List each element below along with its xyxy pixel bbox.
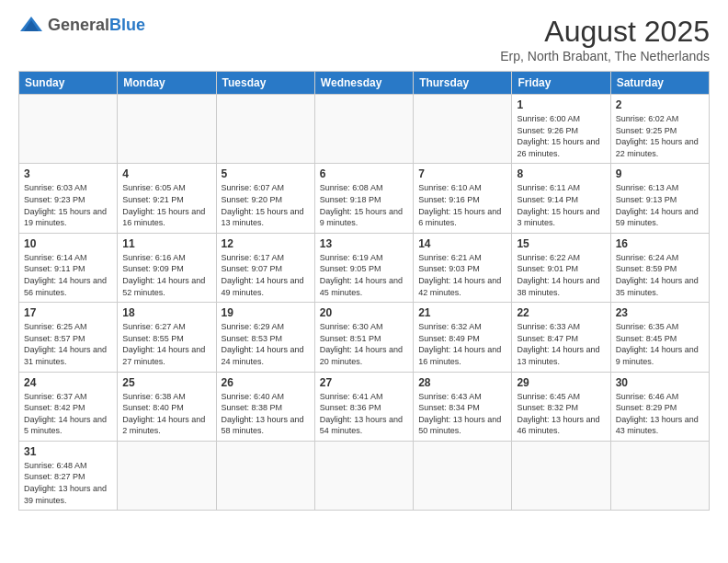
day-number: 11 [122, 237, 210, 250]
day-number: 18 [122, 306, 210, 319]
day-info: Sunrise: 6:38 AM Sunset: 8:40 PM Dayligh… [122, 391, 210, 437]
weekday-header-wednesday: Wednesday [314, 72, 413, 95]
calendar-cell [118, 441, 216, 510]
day-info: Sunrise: 6:05 AM Sunset: 9:21 PM Dayligh… [122, 182, 210, 228]
day-info: Sunrise: 6:29 AM Sunset: 8:53 PM Dayligh… [222, 321, 310, 367]
calendar-cell: 11Sunrise: 6:16 AM Sunset: 9:09 PM Dayli… [118, 233, 216, 302]
calendar-cell: 7Sunrise: 6:10 AM Sunset: 9:16 PM Daylig… [414, 164, 512, 233]
calendar-cell: 13Sunrise: 6:19 AM Sunset: 9:05 PM Dayli… [314, 233, 413, 302]
day-info: Sunrise: 6:19 AM Sunset: 9:05 PM Dayligh… [320, 252, 408, 298]
weekday-header-thursday: Thursday [414, 72, 512, 95]
day-info: Sunrise: 6:03 AM Sunset: 9:23 PM Dayligh… [24, 182, 112, 228]
day-info: Sunrise: 6:17 AM Sunset: 9:07 PM Dayligh… [222, 252, 310, 298]
day-info: Sunrise: 6:33 AM Sunset: 8:47 PM Dayligh… [517, 321, 605, 367]
day-number: 16 [616, 237, 704, 250]
weekday-header-friday: Friday [512, 72, 610, 95]
day-number: 28 [418, 376, 506, 389]
day-number: 8 [517, 167, 605, 180]
weekday-header-monday: Monday [118, 72, 216, 95]
day-number: 24 [24, 376, 112, 389]
calendar-cell: 9Sunrise: 6:13 AM Sunset: 9:13 PM Daylig… [610, 164, 709, 233]
logo: GeneralBlue [18, 15, 145, 35]
calendar-cell: 26Sunrise: 6:40 AM Sunset: 8:38 PM Dayli… [216, 372, 314, 441]
calendar-cell [216, 95, 314, 164]
calendar-cell [414, 95, 512, 164]
day-info: Sunrise: 6:48 AM Sunset: 8:27 PM Dayligh… [24, 460, 112, 506]
day-info: Sunrise: 6:35 AM Sunset: 8:45 PM Dayligh… [616, 321, 704, 367]
day-info: Sunrise: 6:30 AM Sunset: 8:51 PM Dayligh… [320, 321, 408, 367]
calendar-table: SundayMondayTuesdayWednesdayThursdayFrid… [18, 71, 710, 511]
week-row-1: 1Sunrise: 6:00 AM Sunset: 9:26 PM Daylig… [19, 95, 710, 164]
calendar-cell [19, 95, 118, 164]
calendar-cell: 3Sunrise: 6:03 AM Sunset: 9:23 PM Daylig… [19, 164, 118, 233]
day-number: 13 [320, 237, 408, 250]
calendar-cell: 19Sunrise: 6:29 AM Sunset: 8:53 PM Dayli… [216, 303, 314, 372]
week-row-6: 31Sunrise: 6:48 AM Sunset: 8:27 PM Dayli… [19, 441, 710, 510]
day-number: 7 [418, 167, 506, 180]
calendar-cell [118, 95, 216, 164]
day-number: 23 [616, 306, 704, 319]
location: Erp, North Brabant, The Netherlands [500, 49, 710, 63]
day-info: Sunrise: 6:21 AM Sunset: 9:03 PM Dayligh… [418, 252, 506, 298]
day-number: 17 [24, 306, 112, 319]
calendar-cell: 5Sunrise: 6:07 AM Sunset: 9:20 PM Daylig… [216, 164, 314, 233]
day-number: 20 [320, 306, 408, 319]
calendar-cell: 30Sunrise: 6:46 AM Sunset: 8:29 PM Dayli… [610, 372, 709, 441]
day-number: 30 [616, 376, 704, 389]
day-info: Sunrise: 6:37 AM Sunset: 8:42 PM Dayligh… [24, 391, 112, 437]
day-info: Sunrise: 6:11 AM Sunset: 9:14 PM Dayligh… [517, 182, 605, 228]
calendar-cell: 31Sunrise: 6:48 AM Sunset: 8:27 PM Dayli… [19, 441, 118, 510]
calendar-cell: 18Sunrise: 6:27 AM Sunset: 8:55 PM Dayli… [118, 303, 216, 372]
day-number: 10 [24, 237, 112, 250]
week-row-2: 3Sunrise: 6:03 AM Sunset: 9:23 PM Daylig… [19, 164, 710, 233]
calendar-cell: 15Sunrise: 6:22 AM Sunset: 9:01 PM Dayli… [512, 233, 610, 302]
day-number: 15 [517, 237, 605, 250]
day-info: Sunrise: 6:00 AM Sunset: 9:26 PM Dayligh… [517, 113, 605, 159]
calendar-cell: 4Sunrise: 6:05 AM Sunset: 9:21 PM Daylig… [118, 164, 216, 233]
calendar-cell [314, 95, 413, 164]
day-number: 22 [517, 306, 605, 319]
day-number: 1 [517, 98, 605, 111]
week-row-4: 17Sunrise: 6:25 AM Sunset: 8:57 PM Dayli… [19, 303, 710, 372]
page: GeneralBlue August 2025 Erp, North Braba… [0, 0, 728, 520]
logo-icon [18, 15, 44, 35]
logo-text: GeneralBlue [48, 16, 145, 35]
day-info: Sunrise: 6:46 AM Sunset: 8:29 PM Dayligh… [616, 391, 704, 437]
title-block: August 2025 Erp, North Brabant, The Neth… [500, 15, 710, 63]
calendar-cell: 1Sunrise: 6:00 AM Sunset: 9:26 PM Daylig… [512, 95, 610, 164]
calendar-cell: 16Sunrise: 6:24 AM Sunset: 8:59 PM Dayli… [610, 233, 709, 302]
day-info: Sunrise: 6:14 AM Sunset: 9:11 PM Dayligh… [24, 252, 112, 298]
day-info: Sunrise: 6:10 AM Sunset: 9:16 PM Dayligh… [418, 182, 506, 228]
header: GeneralBlue August 2025 Erp, North Braba… [18, 15, 710, 63]
week-row-3: 10Sunrise: 6:14 AM Sunset: 9:11 PM Dayli… [19, 233, 710, 302]
calendar-cell: 24Sunrise: 6:37 AM Sunset: 8:42 PM Dayli… [19, 372, 118, 441]
day-info: Sunrise: 6:08 AM Sunset: 9:18 PM Dayligh… [320, 182, 408, 228]
weekday-header-saturday: Saturday [610, 72, 709, 95]
calendar-cell: 20Sunrise: 6:30 AM Sunset: 8:51 PM Dayli… [314, 303, 413, 372]
day-number: 2 [616, 98, 704, 111]
calendar-cell: 27Sunrise: 6:41 AM Sunset: 8:36 PM Dayli… [314, 372, 413, 441]
day-number: 12 [222, 237, 310, 250]
day-number: 6 [320, 167, 408, 180]
day-number: 31 [24, 445, 112, 458]
weekday-header-tuesday: Tuesday [216, 72, 314, 95]
calendar-cell: 17Sunrise: 6:25 AM Sunset: 8:57 PM Dayli… [19, 303, 118, 372]
calendar-cell: 10Sunrise: 6:14 AM Sunset: 9:11 PM Dayli… [19, 233, 118, 302]
calendar-cell [216, 441, 314, 510]
day-number: 14 [418, 237, 506, 250]
calendar-cell: 2Sunrise: 6:02 AM Sunset: 9:25 PM Daylig… [610, 95, 709, 164]
calendar-cell: 29Sunrise: 6:45 AM Sunset: 8:32 PM Dayli… [512, 372, 610, 441]
calendar-cell [414, 441, 512, 510]
week-row-5: 24Sunrise: 6:37 AM Sunset: 8:42 PM Dayli… [19, 372, 710, 441]
day-number: 4 [122, 167, 210, 180]
day-info: Sunrise: 6:24 AM Sunset: 8:59 PM Dayligh… [616, 252, 704, 298]
day-number: 19 [222, 306, 310, 319]
weekday-header-sunday: Sunday [19, 72, 118, 95]
calendar-cell: 14Sunrise: 6:21 AM Sunset: 9:03 PM Dayli… [414, 233, 512, 302]
day-number: 29 [517, 376, 605, 389]
day-info: Sunrise: 6:22 AM Sunset: 9:01 PM Dayligh… [517, 252, 605, 298]
day-info: Sunrise: 6:40 AM Sunset: 8:38 PM Dayligh… [222, 391, 310, 437]
calendar-cell: 25Sunrise: 6:38 AM Sunset: 8:40 PM Dayli… [118, 372, 216, 441]
calendar-cell [314, 441, 413, 510]
day-number: 27 [320, 376, 408, 389]
